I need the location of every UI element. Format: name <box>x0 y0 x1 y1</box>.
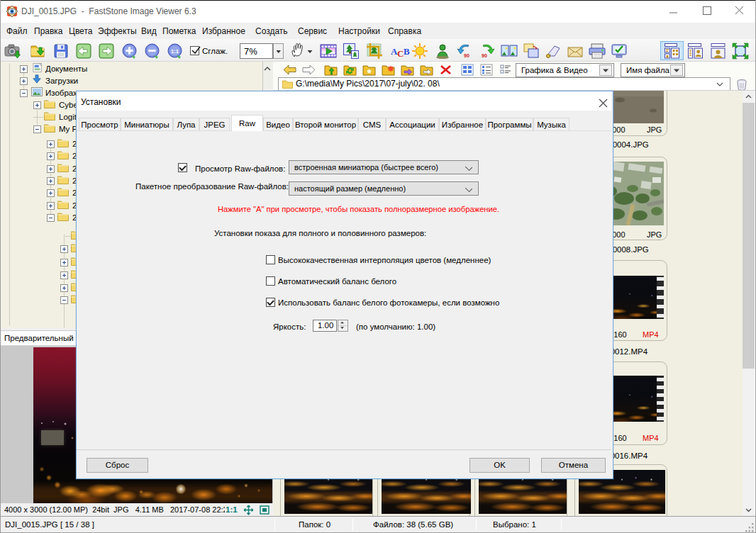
svg-text:C: C <box>397 48 404 59</box>
svg-text:1:1: 1:1 <box>171 48 179 55</box>
svg-text:90: 90 <box>464 53 469 58</box>
svg-text:B: B <box>404 46 410 57</box>
svg-text:90: 90 <box>482 53 487 58</box>
